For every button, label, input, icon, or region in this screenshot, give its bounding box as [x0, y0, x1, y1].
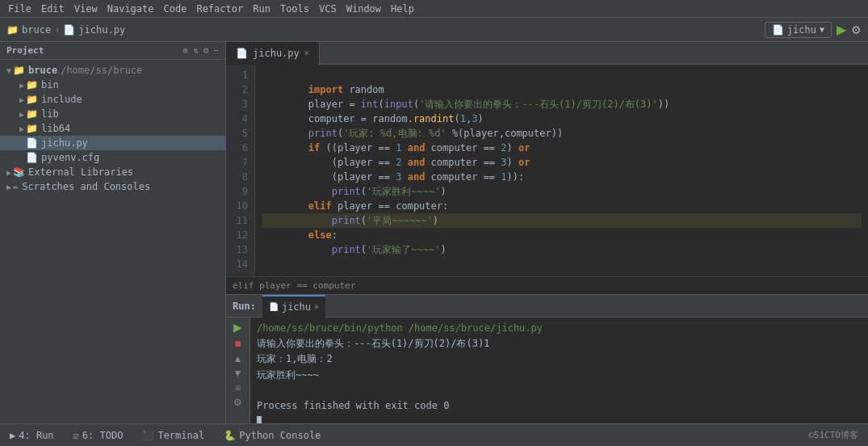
run-scroll-down-button[interactable]: ▼ [233, 368, 243, 379]
sidebar-label-bin: bin [41, 79, 59, 90]
breadcrumb-project[interactable]: 📁 [6, 24, 19, 36]
add-icon[interactable]: ⊕ [183, 45, 189, 56]
breadcrumb-file[interactable]: 📄 [63, 24, 75, 36]
panel-bottom-tabs: ▶ 4: Run ☑ 6: TODO ⬛ Terminal 🐍 Python C… [0, 423, 868, 446]
sidebar-icons: ⊕ ⇅ ⚙ − [183, 45, 220, 56]
panel-tab-terminal[interactable]: ⬛ Terminal [132, 424, 214, 447]
sidebar-header: Project ⊕ ⇅ ⚙ − [0, 42, 225, 60]
editor-breadcrumb-bar: elif player == computer [226, 276, 868, 294]
run-settings-button[interactable]: ⚙ [233, 397, 242, 408]
run-button[interactable]: ▶ [837, 22, 846, 37]
code-line-14 [262, 257, 862, 271]
expand-arrow-scratches: ▶ [6, 183, 11, 191]
toolbar-right: 📄 jichu ▼ ▶ ⚙ [765, 22, 862, 38]
scratches-icon: ✏️ [13, 181, 19, 192]
run-tab-close-icon[interactable]: × [314, 302, 319, 311]
sidebar-label-lib: lib [41, 108, 59, 120]
menu-file[interactable]: File [3, 3, 36, 15]
code-line-1 [262, 68, 862, 82]
run-tab-name: jichu [282, 301, 311, 313]
menu-window[interactable]: Window [342, 3, 386, 15]
breadcrumb: 📁 bruce › 📄 jichu.py [6, 24, 125, 36]
sidebar-label-pyvenv: pyvenv.cfg [41, 152, 99, 163]
run-label: Run: [233, 301, 256, 312]
run-config-name: jichu [787, 24, 816, 36]
editor-breadcrumb-hint: elif player == computer [233, 280, 355, 291]
run-scroll-up-button[interactable]: ▲ [233, 353, 243, 364]
code-line-4: computer = random.randint(1,3) [262, 112, 862, 126]
menu-code[interactable]: Code [159, 3, 192, 15]
folder-icon-lib: 📁 [26, 108, 38, 120]
sidebar-label-scratches: Scratches and Consoles [22, 181, 150, 192]
tab-close-icon[interactable]: × [304, 48, 309, 57]
collapse-icon[interactable]: − [213, 45, 219, 56]
sidebar-item-lib[interactable]: ▶ 📁 lib [0, 107, 225, 121]
editor-tab-jichu[interactable]: 📄 jichu.py × [226, 42, 320, 65]
run-output: /home/ss/bruce/bin/python /home/ss/bruce… [250, 318, 868, 423]
code-line-2: import random [262, 82, 862, 97]
code-line-10: elif player == computer: [262, 199, 862, 213]
tab-label: jichu.py [253, 48, 300, 59]
panel-tab-terminal-label: Terminal [157, 430, 204, 441]
cursor-line [257, 414, 862, 423]
menu-refactor[interactable]: Refactor [191, 3, 248, 15]
output-line-6: Process finished with exit code 0 [257, 398, 862, 414]
settings-icon[interactable]: ⚙ [203, 45, 209, 56]
sidebar-label-lib64: lib64 [41, 123, 70, 134]
sidebar-item-pyvenv[interactable]: ▶ 📄 pyvenv.cfg [0, 150, 225, 165]
folder-icon-bin: 📁 [26, 79, 38, 90]
ext-icon: 📚 [13, 166, 25, 178]
breadcrumb-root[interactable]: bruce [22, 24, 51, 36]
run-play-button[interactable]: ▶ [233, 321, 242, 334]
menu-vcs[interactable]: VCS [314, 3, 342, 15]
line-numbers: 1 2 3 4 5 6 7 8 9 10 11 12 13 14 [226, 65, 255, 276]
run-config-selector[interactable]: 📄 jichu ▼ [765, 22, 832, 38]
code-area[interactable]: import random player = int(input('请输入你要出… [255, 65, 868, 276]
menu-navigate[interactable]: Navigate [103, 3, 159, 15]
sidebar-item-jichu[interactable]: ▶ 📄 jichu.py [0, 136, 225, 150]
menu-run[interactable]: Run [248, 3, 275, 15]
run-stop-button[interactable]: ■ [234, 337, 241, 350]
sidebar: Project ⊕ ⇅ ⚙ − ▼ 📁 bruce /home/ss/bruce [0, 42, 226, 423]
sidebar-item-scratches[interactable]: ▶ ✏️ Scratches and Consoles [0, 179, 225, 194]
toolbar: 📁 bruce › 📄 jichu.py 📄 jichu ▼ ▶ ⚙ [0, 18, 868, 42]
tab-file-icon: 📄 [236, 48, 248, 59]
code-line-7: (player == 2 and computer == 3) or [262, 155, 862, 170]
run-icon: ▶ [10, 430, 15, 441]
output-line-1: /home/ss/bruce/bin/python /home/ss/bruce… [257, 321, 862, 336]
menu-edit[interactable]: Edit [36, 3, 69, 15]
sidebar-item-include[interactable]: ▶ 📁 include [0, 92, 225, 107]
sidebar-item-external[interactable]: ▶ 📚 External Libraries [0, 165, 225, 179]
panel-tab-python-console[interactable]: 🐍 Python Console [214, 424, 330, 447]
sidebar-item-bin[interactable]: ▶ 📁 bin [0, 78, 225, 92]
code-line-9: print('玩家胜利~~~~') [262, 184, 862, 199]
editor-tab-bar: 📄 jichu.py × [226, 42, 868, 65]
cfg-file-icon: 📄 [26, 152, 38, 163]
run-wrap-button[interactable]: ≡ [235, 382, 241, 393]
code-line-12: else: [262, 228, 862, 242]
chevron-down-icon: ▼ [820, 25, 824, 34]
menu-help[interactable]: Help [386, 3, 419, 15]
folder-icon-include: 📁 [26, 94, 38, 105]
terminal-icon: ⬛ [142, 430, 154, 441]
menu-tools[interactable]: Tools [275, 3, 314, 15]
run-tab-active[interactable]: 📄 jichu × [262, 295, 325, 318]
output-line-5 [257, 383, 862, 398]
menu-view[interactable]: View [69, 3, 103, 15]
app-window: File Edit View Navigate Code Refactor Ru… [0, 0, 868, 446]
python-console-icon: 🐍 [224, 430, 236, 441]
folder-icon-lib64: 📁 [26, 123, 38, 134]
breadcrumb-filename[interactable]: jichu.py [78, 24, 125, 36]
mid-area: Project ⊕ ⇅ ⚙ − ▼ 📁 bruce /home/ss/bruce [0, 42, 868, 423]
panel-tab-todo[interactable]: ☑ 6: TODO [64, 424, 133, 447]
sidebar-item-lib64[interactable]: ▶ 📁 lib64 [0, 121, 225, 136]
todo-icon: ☑ [73, 430, 79, 441]
code-line-5: print('玩家: %d,电脑: %d' %(player,computer)… [262, 126, 862, 141]
editor-section: 📄 jichu.py × 1 2 3 4 5 6 7 8 [226, 42, 868, 294]
sync-icon[interactable]: ⇅ [193, 45, 199, 56]
settings-button[interactable]: ⚙ [851, 23, 862, 36]
run-controls: ▶ ■ ▲ ▼ ≡ ⚙ [226, 318, 250, 423]
sidebar-item-bruce[interactable]: ▼ 📁 bruce /home/ss/bruce [0, 63, 225, 78]
panel-tab-run[interactable]: ▶ 4: Run [0, 424, 64, 447]
editor-plus-bottom: 📄 jichu.py × 1 2 3 4 5 6 7 8 [226, 42, 868, 423]
